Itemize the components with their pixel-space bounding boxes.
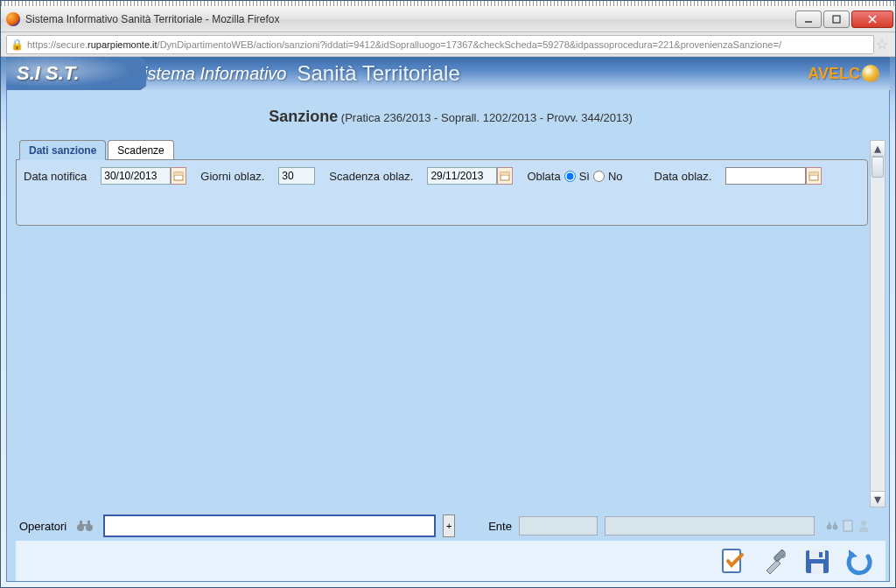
maximize-button[interactable]: [823, 10, 850, 28]
svg-rect-12: [809, 172, 818, 175]
url-scheme: https://secure.: [27, 39, 88, 50]
svg-rect-6: [174, 172, 183, 175]
action-bar: [16, 541, 886, 581]
url-host: ruparpiemonte.it: [88, 39, 158, 50]
calendar-icon[interactable]: [806, 167, 822, 185]
footer-bar: Operatori + Ente: [16, 508, 886, 541]
title-bar: Sistema Informativo Sanità Territoriale …: [1, 6, 895, 32]
ente-label: Ente: [488, 520, 512, 533]
svg-rect-1: [833, 16, 840, 23]
ente-code-input[interactable]: [519, 516, 598, 536]
document-icon[interactable]: [841, 519, 855, 533]
scadenza-oblaz-input[interactable]: [427, 167, 497, 185]
svg-rect-9: [500, 172, 509, 175]
oblata-group: Oblata Sì No: [527, 170, 622, 183]
calendar-icon[interactable]: [497, 167, 513, 185]
firefox-icon: [6, 12, 20, 26]
data-notifica-input[interactable]: [101, 167, 171, 185]
vertical-scrollbar[interactable]: ▴ ▾: [870, 140, 886, 508]
data-oblaz-input[interactable]: [725, 167, 806, 185]
svg-rect-29: [811, 564, 823, 573]
sist-logo: S.I S.T.: [17, 62, 80, 85]
oblata-si-radio[interactable]: [564, 171, 576, 182]
page-title-detail: (Pratica 236/2013 - Soprall. 1202/2013 -…: [341, 111, 633, 124]
oblata-no-radio[interactable]: [593, 171, 605, 182]
url-path: /DynDipartimentoWEB/action/sanzioni?idda…: [158, 39, 781, 50]
undo-button[interactable]: [844, 546, 875, 578]
data-notifica-label: Data notifica: [24, 170, 87, 183]
operatori-label: Operatori: [19, 520, 66, 533]
binoculars-small-icon[interactable]: [825, 519, 839, 533]
svg-rect-30: [819, 552, 822, 557]
scroll-up-button[interactable]: ▴: [871, 141, 885, 157]
svg-rect-22: [844, 521, 852, 531]
svg-rect-15: [80, 521, 82, 526]
giorni-oblaz-label: Giorni oblaz.: [200, 170, 264, 183]
person-icon[interactable]: [857, 519, 871, 533]
content-frame: Sanzione (Pratica 236/2013 - Soprall. 12…: [6, 90, 890, 582]
oblata-si-label: Sì: [579, 170, 590, 183]
data-oblaz-label: Data oblaz.: [654, 170, 712, 183]
giorni-oblaz-input[interactable]: [278, 167, 315, 185]
scroll-down-button[interactable]: ▾: [871, 491, 885, 507]
window-frame: Sistema Informativo Sanità Territoriale …: [0, 0, 896, 588]
binoculars-icon[interactable]: [74, 516, 96, 536]
tabs: Dati sanzione Scadenze: [19, 140, 868, 160]
form-panel: Data notifica Giorni oblaz. Scadenza obl…: [16, 159, 868, 226]
bookmark-star-icon[interactable]: ☆: [874, 36, 890, 52]
tab-dati-sanzione[interactable]: Dati sanzione: [19, 140, 106, 160]
validate-button[interactable]: [718, 546, 749, 578]
scroll-thumb[interactable]: [872, 157, 884, 178]
svg-rect-20: [829, 522, 830, 526]
calendar-icon[interactable]: [171, 167, 186, 185]
close-button[interactable]: [851, 10, 893, 28]
scadenza-oblaz-label: Scadenza oblaz.: [329, 170, 413, 183]
oblata-label: Oblata: [527, 170, 560, 183]
page-title-main: Sanzione: [269, 108, 338, 125]
settings-button[interactable]: [760, 546, 791, 578]
svg-rect-21: [834, 522, 836, 526]
oblata-no-label: No: [608, 170, 623, 183]
url-bar: 🔒 https://secure.ruparpiemonte.it/DynDip…: [1, 32, 895, 57]
globe-icon: [862, 65, 879, 82]
page-title: Sanzione (Pratica 236/2013 - Soprall. 12…: [16, 97, 886, 140]
brand-logo: AVELC: [808, 65, 879, 83]
scroll-track[interactable]: [871, 178, 885, 491]
svg-rect-17: [82, 524, 88, 526]
header-subtitle: Sistema Informativo: [132, 64, 287, 84]
lock-icon: 🔒: [10, 38, 24, 51]
save-button[interactable]: [802, 546, 833, 578]
svg-rect-16: [88, 521, 90, 526]
app-header: S.I S.T. Sistema Informativo Sanità Terr…: [6, 57, 890, 90]
empty-area: [16, 226, 868, 508]
add-operatore-button[interactable]: +: [443, 514, 455, 537]
app-body: S.I S.T. Sistema Informativo Sanità Terr…: [1, 57, 895, 587]
operatori-input[interactable]: [103, 514, 436, 537]
ente-name-input[interactable]: [605, 516, 815, 536]
minimize-button[interactable]: [795, 10, 822, 28]
header-title: Sanità Territoriale: [297, 61, 459, 86]
url-input[interactable]: 🔒 https://secure.ruparpiemonte.it/DynDip…: [6, 35, 874, 54]
svg-point-23: [861, 521, 866, 526]
window-title: Sistema Informativo Sanità Territoriale …: [25, 13, 794, 25]
svg-rect-28: [809, 550, 825, 559]
tab-scadenze[interactable]: Scadenze: [108, 140, 173, 160]
